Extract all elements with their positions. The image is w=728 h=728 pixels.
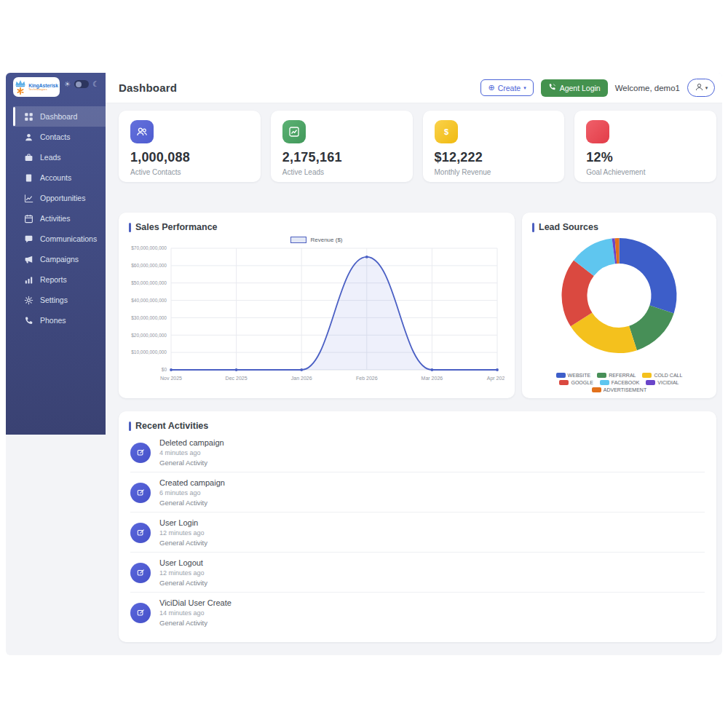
theme-toggle-knob — [76, 82, 82, 87]
sidebar-item-campaigns[interactable]: Campaigns — [6, 249, 106, 269]
svg-text:Apr 2026: Apr 2026 — [487, 376, 505, 381]
sidebar-menu: DashboardContactsLeadsAccountsOpportunit… — [6, 106, 106, 331]
sidebar: KingAsterisk Technologies ☀ ☾ DashboardC… — [6, 73, 106, 435]
activity-title: User Login — [159, 518, 207, 527]
sales-performance-card: Sales Performance Revenue ($) $0$10,000,… — [119, 213, 515, 398]
welcome-text: Welcome, demo1 — [615, 84, 680, 92]
legend-label: COLD CALL — [654, 373, 682, 378]
bar-chart-icon — [24, 275, 33, 285]
svg-text:$40,000,000,000: $40,000,000,000 — [131, 298, 167, 303]
title-accent-bar — [129, 422, 131, 431]
recent-activities-title: Recent Activities — [119, 411, 716, 431]
legend-label: REFERRAL — [609, 373, 636, 378]
donut-slice-website — [620, 238, 677, 313]
crown-icon — [15, 79, 26, 87]
brand-name: KingAsterisk — [28, 83, 58, 88]
legend-item-website[interactable]: WEBSITE — [556, 373, 591, 378]
sidebar-item-accounts[interactable]: Accounts — [6, 167, 106, 188]
activity-title: Created campaign — [159, 478, 225, 487]
legend-swatch — [642, 373, 652, 378]
target-icon — [586, 120, 609, 143]
legend-swatch — [597, 373, 606, 378]
caret-down-icon: ▾ — [705, 85, 708, 91]
sidebar-item-dashboard[interactable]: Dashboard — [6, 106, 106, 127]
asterisk-icon — [17, 87, 24, 95]
sidebar-item-label: Accounts — [40, 173, 71, 182]
stat-card-monthly-revenue: $$12,222Monthly Revenue — [423, 111, 565, 182]
sidebar-item-reports[interactable]: Reports — [6, 269, 106, 290]
svg-text:Mar 2026: Mar 2026 — [422, 376, 443, 381]
sidebar-item-leads[interactable]: Leads — [6, 147, 106, 167]
moon-icon: ☾ — [92, 81, 99, 88]
revenue-legend-swatch — [290, 237, 306, 243]
activity-text: Deleted campaign4 minutes agoGeneral Act… — [159, 438, 224, 467]
legend-row: WEBSITEREFERRALCOLD CALL — [556, 373, 683, 378]
sidebar-item-communications[interactable]: Communications — [6, 229, 106, 249]
chat-icon — [24, 234, 33, 244]
legend-item-advertisement[interactable]: ADVERTISEMENT — [592, 387, 646, 392]
title-accent-bar — [532, 223, 534, 232]
legend-item-cold-call[interactable]: COLD CALL — [642, 373, 682, 378]
agent-login-button[interactable]: Agent Login — [541, 79, 608, 97]
stat-label: Active Contacts — [130, 168, 249, 176]
revenue-legend-item[interactable]: Revenue ($) — [119, 236, 515, 244]
sidebar-item-opportunities[interactable]: Opportunities — [6, 188, 106, 208]
svg-text:$60,000,000,000: $60,000,000,000 — [131, 263, 167, 268]
brand-logo-art — [15, 79, 26, 95]
legend-label: WEBSITE — [568, 373, 591, 378]
brand-logo[interactable]: KingAsterisk Technologies — [13, 77, 60, 97]
trend-icon — [282, 120, 306, 143]
activity-row-user-login: User Login12 minutes agoGeneral Activity — [130, 513, 705, 553]
lead-sources-donut-chart — [522, 234, 716, 357]
legend-item-google[interactable]: GOOGLE — [559, 380, 593, 385]
stat-value: 2,175,161 — [282, 150, 401, 165]
user-menu-button[interactable]: ▾ — [687, 79, 715, 97]
legend-item-referral[interactable]: REFERRAL — [597, 373, 636, 378]
create-button[interactable]: ⊕ Create ▾ — [480, 79, 533, 96]
sidebar-item-label: Settings — [40, 296, 68, 304]
sidebar-item-label: Contacts — [40, 132, 70, 141]
stat-label: Goal Achievement — [586, 168, 705, 176]
gear-icon — [24, 296, 33, 305]
activity-category: General Activity — [159, 619, 232, 627]
agent-login-label: Agent Login — [560, 84, 601, 92]
caret-down-icon: ▾ — [523, 85, 526, 91]
create-button-label: Create — [498, 84, 521, 92]
topbar: Dashboard ⊕ Create ▾ Agent Login Welcome… — [106, 73, 722, 103]
sidebar-item-activities[interactable]: Activities — [6, 208, 106, 229]
charts-row: Sales Performance Revenue ($) $0$10,000,… — [119, 213, 716, 398]
activity-text: Created campaign6 minutes agoGeneral Act… — [159, 478, 225, 507]
legend-item-vicidial[interactable]: VICIDIAL — [646, 380, 678, 385]
megaphone-icon — [24, 255, 33, 264]
activity-category: General Activity — [159, 579, 207, 587]
title-accent-bar — [129, 223, 131, 232]
sidebar-item-settings[interactable]: Settings — [6, 290, 106, 310]
note-pen-icon — [130, 483, 151, 503]
theme-toggle[interactable] — [74, 80, 89, 88]
donut-slice-referral — [629, 306, 674, 351]
legend-swatch — [592, 387, 601, 392]
note-pen-icon — [130, 523, 151, 543]
svg-text:$70,000,000,000: $70,000,000,000 — [131, 245, 167, 250]
recent-activities-card: Recent Activities Deleted campaign4 minu… — [119, 411, 716, 642]
sidebar-item-contacts[interactable]: Contacts — [6, 127, 106, 147]
activity-row-vicidial-user-create: ViciDial User Create14 minutes agoGenera… — [130, 593, 705, 632]
activity-row-user-logout: User Logout12 minutes agoGeneral Activit… — [130, 553, 705, 593]
main-content: 1,000,088Active Contacts2,175,161Active … — [106, 103, 722, 655]
legend-row: ADVERTISEMENT — [592, 387, 646, 392]
svg-text:Nov 2025: Nov 2025 — [160, 376, 182, 381]
sidebar-item-phones[interactable]: Phones — [6, 310, 106, 331]
phone-call-icon — [548, 83, 556, 92]
activity-time: 12 minutes ago — [159, 569, 207, 577]
dollar-icon: $ — [435, 120, 458, 143]
legend-label: VICIDIAL — [657, 380, 678, 385]
svg-text:$30,000,000,000: $30,000,000,000 — [131, 315, 167, 320]
lead-sources-title: Lead Sources — [522, 213, 716, 232]
sidebar-item-label: Reports — [40, 275, 67, 284]
activity-text: User Logout12 minutes agoGeneral Activit… — [159, 558, 207, 587]
legend-item-facebook[interactable]: FACEBOOK — [600, 380, 640, 385]
note-pen-icon — [130, 443, 151, 463]
stat-value: 1,000,088 — [130, 150, 249, 165]
activity-title: User Logout — [159, 558, 207, 567]
phone-icon — [24, 316, 33, 325]
